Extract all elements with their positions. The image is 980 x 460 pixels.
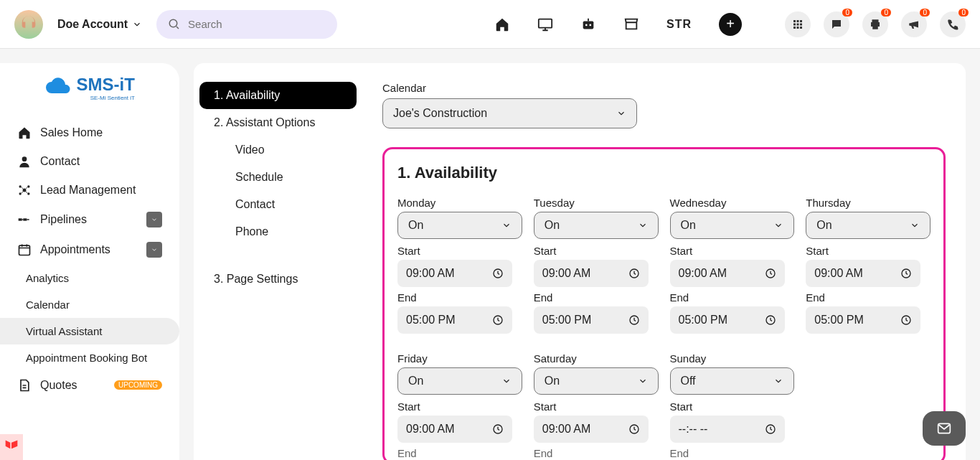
day-name: Saturday bbox=[534, 352, 659, 365]
start-label: Start bbox=[534, 245, 659, 257]
end-time-input[interactable]: 05:00 PM bbox=[534, 306, 649, 334]
availability-title: 1. Availability bbox=[397, 164, 930, 182]
nav-label: Sales Home bbox=[40, 126, 103, 139]
subtab-contact[interactable]: Contact bbox=[199, 191, 357, 218]
nav-label: Quotes bbox=[40, 379, 77, 392]
account-name: Doe Account bbox=[57, 18, 128, 31]
day-name: Thursday bbox=[806, 197, 930, 209]
start-time-input[interactable]: 09:00 AM bbox=[534, 416, 649, 443]
clock-icon bbox=[492, 268, 504, 279]
start-label: Start bbox=[534, 400, 659, 413]
account-switcher[interactable]: Doe Account bbox=[57, 18, 142, 31]
nav-quotes[interactable]: QuotesUPCOMING bbox=[0, 371, 179, 400]
nav-lead-management[interactable]: Lead Management bbox=[0, 176, 179, 205]
day-state-select[interactable]: On bbox=[806, 212, 930, 239]
clock-icon bbox=[628, 423, 640, 435]
robot-icon[interactable] bbox=[580, 17, 596, 32]
brand-logo[interactable]: SMS-iT SE-Mi Sentient iT bbox=[0, 63, 179, 118]
svg-point-10 bbox=[19, 192, 22, 194]
chevron-down-icon bbox=[638, 220, 648, 230]
day-state-select[interactable]: On bbox=[534, 367, 659, 395]
add-button[interactable]: + bbox=[719, 13, 742, 36]
day-friday: FridayOnStart09:00 AMEnd bbox=[397, 351, 522, 460]
user-avatar[interactable] bbox=[14, 10, 43, 39]
nav-virtual-assistant[interactable]: Virtual Assistant bbox=[0, 318, 179, 344]
day-thursday: ThursdayOnStart09:00 AMEnd05:00 PM bbox=[806, 195, 930, 338]
svg-point-6 bbox=[22, 156, 27, 161]
sidebar: SMS-iT SE-Mi Sentient iT Sales HomeConta… bbox=[0, 63, 179, 460]
announce-badge: 0 bbox=[920, 9, 930, 17]
home-icon[interactable] bbox=[494, 17, 510, 32]
laravel-icon bbox=[0, 434, 23, 460]
subtab--page-settings[interactable]: 3. Page Settings bbox=[199, 266, 357, 293]
nav-contact[interactable]: Contact bbox=[0, 147, 179, 176]
search-input[interactable] bbox=[187, 17, 326, 31]
chat-widget[interactable] bbox=[923, 411, 966, 446]
day-name: Wednesday bbox=[670, 197, 795, 209]
apps-button[interactable] bbox=[785, 11, 811, 37]
cloud-icon bbox=[44, 78, 73, 98]
day-name: Friday bbox=[397, 352, 522, 365]
nav-pipelines[interactable]: Pipelines bbox=[0, 205, 179, 235]
str-label[interactable]: STR bbox=[666, 18, 692, 31]
expand-toggle[interactable] bbox=[146, 212, 162, 227]
start-label: Start bbox=[397, 400, 522, 413]
day-state-select[interactable]: On bbox=[670, 212, 795, 239]
end-time-input[interactable]: 05:00 PM bbox=[806, 306, 920, 334]
end-time-input[interactable]: 05:00 PM bbox=[670, 306, 785, 334]
start-time-input[interactable]: 09:00 AM bbox=[806, 260, 920, 287]
day-state-select[interactable]: Off bbox=[670, 367, 795, 395]
phone-button[interactable]: 0 bbox=[940, 11, 966, 37]
nav-analytics[interactable]: Analytics bbox=[0, 265, 179, 291]
svg-point-4 bbox=[585, 24, 588, 26]
nav-label: Contact bbox=[40, 155, 80, 168]
svg-rect-3 bbox=[583, 21, 594, 29]
start-time-input[interactable]: --:-- -- bbox=[670, 416, 785, 443]
clock-icon bbox=[900, 268, 912, 279]
announce-button[interactable]: 0 bbox=[901, 11, 927, 37]
store-icon[interactable] bbox=[623, 17, 639, 32]
nav-appointments[interactable]: Appointments bbox=[0, 235, 179, 265]
calendar-select[interactable]: Joe's Construction bbox=[382, 98, 637, 128]
nav-label: Lead Management bbox=[40, 184, 136, 197]
subtab--availability[interactable]: 1. Availability bbox=[199, 82, 357, 109]
svg-rect-14 bbox=[19, 245, 30, 255]
grid-icon bbox=[791, 18, 804, 31]
start-time-input[interactable]: 09:00 AM bbox=[670, 260, 785, 287]
end-label: End bbox=[397, 291, 522, 304]
form-area: Calendar Joe's Construction 1. Availabil… bbox=[362, 82, 966, 460]
clock-icon bbox=[900, 314, 912, 326]
svg-point-5 bbox=[589, 24, 591, 26]
start-time-input[interactable]: 09:00 AM bbox=[397, 416, 512, 443]
end-label: End bbox=[670, 291, 795, 304]
end-time-input[interactable]: 05:00 PM bbox=[397, 306, 512, 334]
monitor-icon[interactable] bbox=[537, 17, 553, 32]
print-button[interactable]: 0 bbox=[862, 11, 888, 37]
day-sunday: SundayOffStart--:-- --End bbox=[670, 351, 795, 460]
nav-sales-home[interactable]: Sales Home bbox=[0, 118, 179, 147]
day-state-select[interactable]: On bbox=[397, 212, 522, 239]
subtab--assistant-options[interactable]: 2. Assistant Options bbox=[199, 109, 357, 136]
expand-toggle[interactable] bbox=[146, 242, 162, 258]
nav-appointment-booking-bot[interactable]: Appointment Booking Bot bbox=[0, 344, 179, 371]
end-label: End bbox=[670, 447, 795, 459]
day-name: Tuesday bbox=[534, 197, 659, 209]
nav-calendar[interactable]: Calendar bbox=[0, 291, 179, 318]
start-time-input[interactable]: 09:00 AM bbox=[397, 260, 512, 287]
svg-rect-13 bbox=[23, 218, 27, 220]
subtab-schedule[interactable]: Schedule bbox=[199, 164, 357, 191]
start-time-input[interactable]: 09:00 AM bbox=[534, 260, 649, 287]
day-wednesday: WednesdayOnStart09:00 AMEnd05:00 PM bbox=[670, 195, 795, 338]
search-box[interactable] bbox=[156, 10, 337, 39]
svg-point-11 bbox=[27, 192, 29, 194]
chat-button[interactable]: 0 bbox=[824, 11, 849, 37]
day-state-select[interactable]: On bbox=[397, 367, 522, 395]
subtab-phone[interactable]: Phone bbox=[199, 218, 357, 245]
nav-label: Virtual Assistant bbox=[26, 325, 102, 337]
subtab-video[interactable]: Video bbox=[199, 136, 357, 164]
chevron-down-icon bbox=[501, 220, 512, 230]
megaphone-icon bbox=[908, 18, 920, 31]
day-name: Sunday bbox=[670, 352, 795, 365]
end-label: End bbox=[806, 291, 930, 304]
day-state-select[interactable]: On bbox=[534, 212, 659, 239]
